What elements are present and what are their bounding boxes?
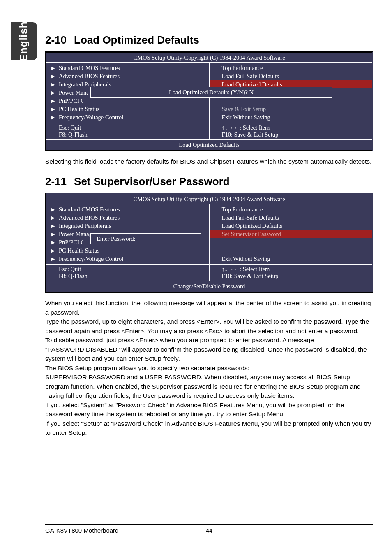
- arrow-icon: ▶: [51, 207, 55, 212]
- arrow-icon: ▶: [51, 65, 55, 71]
- key-hint: ↑↓→←: Select Item: [222, 266, 367, 273]
- menu-item: ▶Frequency/Voltage Control: [46, 255, 209, 263]
- bios-screenshot-1: CMOS Setup Utility-Copyright (C) 1984-20…: [45, 51, 373, 151]
- body-paragraph: Selecting this field loads the factory d…: [45, 157, 373, 166]
- arrow-icon: ▶: [51, 223, 55, 229]
- menu-item: ▶PnP/PCI Configurations: [46, 97, 209, 105]
- section-title: Load Optimized Defaults: [74, 34, 199, 46]
- arrow-icon: ▶: [51, 115, 55, 120]
- menu-item: Exit Without Saving: [210, 255, 372, 263]
- menu-item: ▶Standard CMOS Features: [46, 64, 209, 72]
- bios-title: CMOS Setup Utility-Copyright (C) 1984-20…: [46, 194, 372, 204]
- section-number: 2-10: [45, 34, 67, 46]
- menu-item: Load Fail-Safe Defaults: [210, 214, 372, 222]
- menu-item: Exit Without Saving: [210, 113, 372, 121]
- menu-item-highlighted: Set Supervisor Password: [210, 230, 372, 238]
- key-hint: F10: Save & Exit Setup: [222, 273, 367, 280]
- arrow-icon: ▶: [51, 215, 55, 220]
- arrow-icon: ▶: [51, 240, 55, 245]
- menu-item: Save & Exit Setup: [210, 105, 372, 113]
- bios-help-text: Load Optimized Defaults: [46, 139, 372, 150]
- body-paragraph: When you select this function, the follo…: [45, 299, 373, 437]
- footer-left: GA-K8VT800 Motherboard: [45, 527, 118, 534]
- menu-item: Top Performance: [210, 64, 372, 72]
- bios-title: CMOS Setup Utility-Copyright (C) 1984-20…: [46, 53, 372, 63]
- page-number: - 44 -: [202, 527, 216, 534]
- menu-item: Load Optimized Defaults: [210, 222, 372, 230]
- language-label: English: [18, 21, 30, 61]
- menu-item: ▶Advanced BIOS Features: [46, 214, 209, 222]
- arrow-icon: ▶: [51, 256, 55, 262]
- key-hint: Esc: Quit: [59, 266, 204, 273]
- menu-item: Load Fail-Safe Defaults: [210, 72, 372, 80]
- menu-item: ▶Frequency/Voltage Control: [46, 113, 209, 121]
- arrow-icon: ▶: [51, 232, 55, 237]
- menu-item: Top Performance: [210, 205, 372, 214]
- arrow-icon: ▶: [51, 107, 55, 112]
- menu-item: ▶PC Health Status: [46, 246, 209, 255]
- key-hint: F8: Q-Flash: [59, 273, 204, 280]
- menu-item: ▶Standard CMOS Features: [46, 205, 209, 214]
- arrow-icon: ▶: [51, 82, 55, 87]
- page-footer: GA-K8VT800 Motherboard - 44 -: [45, 524, 373, 534]
- menu-item: ▶PC Health Status: [46, 105, 209, 113]
- menu-item: Save & Exit Setup: [210, 246, 372, 255]
- section-number: 2-11: [45, 175, 67, 188]
- language-tab: English: [11, 22, 37, 60]
- section-heading-1: 2-10 Load Optimized Defaults: [45, 34, 373, 46]
- arrow-icon: ▶: [51, 90, 55, 95]
- menu-item: ▶Integrated Peripherals: [46, 222, 209, 230]
- section-title: Set Supervisor/User Password: [74, 175, 230, 188]
- section-heading-2: 2-11 Set Supervisor/User Password: [45, 175, 373, 188]
- bios-dialog: Enter Password:: [90, 233, 201, 244]
- arrow-icon: ▶: [51, 248, 55, 253]
- menu-item: ▶Advanced BIOS Features: [46, 72, 209, 80]
- arrow-icon: ▶: [51, 74, 55, 79]
- key-hint: Esc: Quit: [59, 124, 204, 131]
- key-hint: ↑↓→←: Select Item: [222, 124, 367, 131]
- menu-item: Set User Password: [210, 238, 372, 246]
- arrow-icon: ▶: [51, 98, 55, 104]
- key-hint: F8: Q-Flash: [59, 131, 204, 138]
- menu-item: Set User Password: [210, 97, 372, 105]
- bios-help-text: Change/Set/Disable Password: [46, 281, 372, 292]
- bios-dialog: Load Optimized Defaults (Y/N)? N: [90, 87, 332, 98]
- key-hint: F10: Save & Exit Setup: [222, 131, 367, 138]
